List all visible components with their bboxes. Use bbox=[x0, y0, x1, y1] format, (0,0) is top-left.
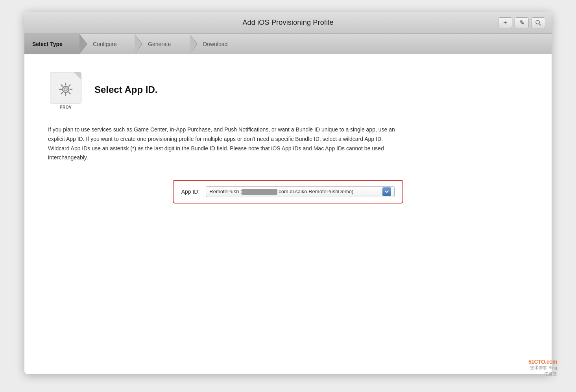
gear-icon bbox=[57, 81, 74, 98]
content-area: PROV Select App ID. If you plan to use s… bbox=[24, 54, 552, 374]
app-id-label: App ID: bbox=[181, 189, 200, 195]
steps-bar: Select Type Configure Generate Download bbox=[24, 34, 552, 54]
section-title: Select App ID. bbox=[94, 84, 157, 95]
svg-line-10 bbox=[61, 92, 63, 94]
watermark: 51CTO.com 技术博客 Blog 亿速云 bbox=[528, 359, 557, 377]
svg-line-9 bbox=[69, 85, 70, 87]
step-select-type[interactable]: Select Type bbox=[24, 34, 79, 54]
main-window: Add iOS Provisioning Profile + ✎ Select … bbox=[24, 12, 552, 374]
watermark-sub2: 亿速云 bbox=[528, 371, 557, 377]
title-bar-actions: + ✎ bbox=[498, 17, 545, 28]
prov-icon-image bbox=[50, 72, 81, 104]
search-icon bbox=[535, 20, 541, 26]
window-title: Add iOS Provisioning Profile bbox=[242, 18, 333, 27]
app-id-container: App ID: RemotePush (▓▓▓▓▓▓▓▓▓.com.dl.sai… bbox=[173, 180, 404, 203]
step-download[interactable]: Download bbox=[190, 34, 245, 54]
watermark-content: 51CTO.com 技术博客 Blog 亿速云 bbox=[528, 359, 557, 377]
app-id-select[interactable]: RemotePush (▓▓▓▓▓▓▓▓▓.com.dl.saiko.Remot… bbox=[206, 186, 395, 197]
step-configure[interactable]: Configure bbox=[79, 34, 135, 54]
app-id-blurred: ▓▓▓▓▓▓▓▓▓ bbox=[242, 189, 277, 195]
add-button[interactable]: + bbox=[498, 17, 512, 28]
svg-line-8 bbox=[69, 92, 70, 94]
dropdown-arrow bbox=[382, 187, 391, 196]
svg-point-12 bbox=[65, 89, 67, 91]
watermark-sub1: 技术博客 Blog bbox=[528, 365, 557, 371]
prov-icon-label: PROV bbox=[60, 105, 72, 109]
edit-button[interactable]: ✎ bbox=[515, 17, 529, 28]
prov-icon: PROV bbox=[48, 70, 83, 109]
title-bar: Add iOS Provisioning Profile + ✎ bbox=[24, 12, 552, 34]
watermark-logo: 51CTO.com bbox=[528, 359, 557, 365]
step-generate[interactable]: Generate bbox=[135, 34, 190, 54]
content-header: PROV Select App ID. bbox=[48, 70, 528, 109]
description-text: If you plan to use services such as Game… bbox=[48, 125, 402, 163]
svg-line-7 bbox=[61, 85, 63, 87]
search-button[interactable] bbox=[531, 17, 545, 28]
chevron-down-icon bbox=[384, 189, 389, 194]
svg-line-1 bbox=[539, 24, 541, 25]
app-id-section: App ID: RemotePush (▓▓▓▓▓▓▓▓▓.com.dl.sai… bbox=[48, 180, 528, 203]
app-id-select-text: RemotePush (▓▓▓▓▓▓▓▓▓.com.dl.saiko.Remot… bbox=[209, 189, 353, 195]
